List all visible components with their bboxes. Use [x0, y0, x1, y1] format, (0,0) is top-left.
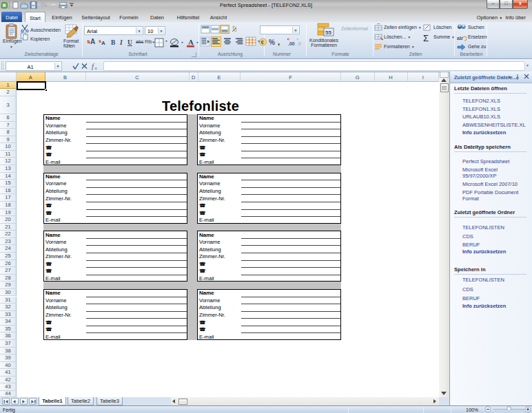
svg-text:,: , [278, 38, 280, 46]
svg-text:f: f [92, 63, 94, 70]
svg-text:€: € [261, 39, 265, 45]
svg-text:Σ: Σ [423, 33, 429, 43]
svg-text:A: A [188, 38, 194, 46]
svg-text:x: x [94, 65, 98, 71]
svg-text:%: % [269, 39, 275, 46]
svg-text:ab: ab [457, 36, 462, 41]
svg-text:55: 55 [325, 30, 331, 36]
